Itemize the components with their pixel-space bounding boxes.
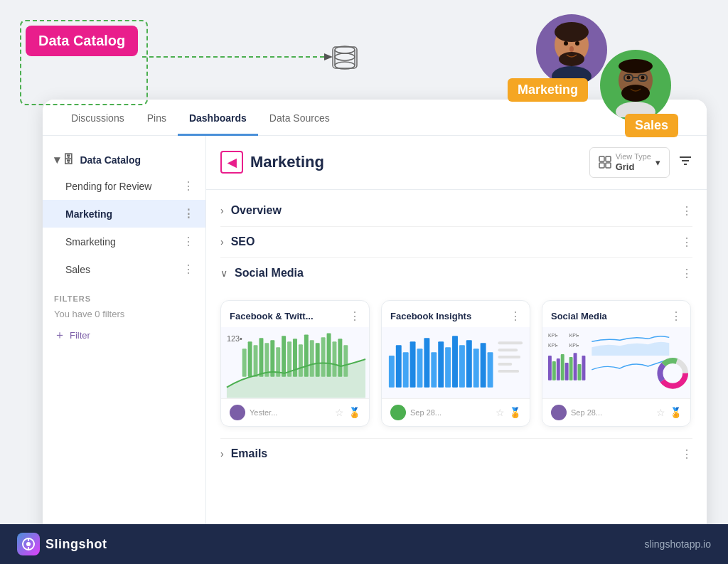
card-social-media-footer: Sep 28... ☆ 🏅 (542, 398, 690, 426)
filters-empty-text: You have 0 filters (54, 309, 194, 319)
card-fb-insights-body (382, 327, 530, 398)
svg-rect-24 (599, 156, 604, 161)
svg-rect-63 (473, 348, 479, 387)
svg-text:KPI•: KPI• (569, 343, 579, 348)
svg-text:123•: 123• (227, 334, 242, 343)
card-fb-insights-avatar (390, 405, 406, 420)
section-emails[interactable]: › Emails ⋮ (206, 439, 707, 469)
emails-label: Emails (231, 447, 268, 460)
social-media-menu[interactable]: ⋮ (681, 267, 692, 280)
card-fb-insights[interactable]: Facebook Insights ⋮ (381, 300, 530, 427)
social-media-label: Social Media (235, 267, 304, 280)
svg-rect-39 (282, 336, 286, 376)
svg-rect-60 (452, 336, 458, 387)
sidebar-pending-menu[interactable]: ⋮ (183, 179, 194, 193)
svg-rect-77 (557, 358, 560, 381)
sidebar-item-pending[interactable]: Pending for Review ⋮ (43, 172, 205, 200)
svg-rect-2 (333, 47, 357, 68)
svg-rect-83 (582, 356, 585, 381)
emails-menu[interactable]: ⋮ (681, 447, 692, 461)
card-fb-insights-header: Facebook Insights ⋮ (382, 301, 530, 327)
view-type-top: View Type (616, 152, 651, 161)
svg-rect-64 (481, 343, 486, 387)
filters-label: FILTERS (54, 294, 194, 303)
panel-title-icon: ◀ (220, 151, 243, 174)
svg-point-10 (559, 52, 584, 66)
panel-actions: View Type Grid ▾ (589, 147, 692, 178)
view-type-button[interactable]: View Type Grid ▾ (589, 147, 670, 178)
slingshot-logo-text: Slingshot (46, 537, 107, 552)
card-fb-insights-menu[interactable]: ⋮ (510, 309, 521, 323)
svg-point-9 (555, 22, 589, 42)
tab-dashboards[interactable]: Dashboards (178, 100, 258, 136)
data-catalog-label: Data Catalog (26, 26, 138, 56)
slingshot-logo-icon (17, 533, 40, 555)
star-icon-2[interactable]: ☆ (496, 407, 505, 418)
svg-rect-54 (410, 341, 416, 387)
card-fb-twitter-menu[interactable]: ⋮ (349, 309, 360, 323)
seo-label: SEO (231, 235, 255, 248)
sidebar-item-pending-label: Pending for Review (65, 181, 183, 192)
main-panel: ◀ Marketing View Type Grid (206, 136, 707, 550)
social-media-chevron-icon: ∨ (220, 267, 228, 279)
svg-rect-70 (498, 370, 519, 373)
tab-data-sources[interactable]: Data Sources (258, 100, 341, 136)
view-type-chevron: ▾ (655, 157, 660, 168)
panel-title-text: Marketing (250, 153, 324, 171)
card-fb-insights-date: Sep 28... (410, 408, 441, 417)
card-social-media-footer-left: Sep 28... (551, 405, 602, 420)
svg-point-21 (641, 76, 645, 80)
card-social-media-avatar (551, 405, 567, 420)
svg-marker-1 (324, 53, 333, 60)
sidebar: ▾ 🗄 Data Catalog Pending for Review ⋮ Ma… (43, 136, 206, 550)
tab-pins[interactable]: Pins (136, 100, 178, 136)
tab-discussions[interactable]: Discussions (60, 100, 136, 136)
svg-rect-75 (548, 356, 552, 381)
card-fb-twitter-avatar (230, 405, 245, 420)
star-icon-3[interactable]: ☆ (656, 407, 665, 418)
view-type-value: Grid (616, 161, 651, 173)
sidebar-item-marketing[interactable]: Marketing ⋮ (43, 200, 205, 228)
add-filter-icon: ＋ (54, 328, 65, 343)
overview-menu[interactable]: ⋮ (681, 204, 692, 218)
sidebar-sales-menu[interactable]: ⋮ (183, 262, 194, 276)
sidebar-item-sales[interactable]: Sales ⋮ (43, 255, 205, 283)
svg-rect-65 (488, 352, 493, 388)
svg-rect-76 (552, 361, 556, 381)
cards-grid: Facebook & Twitt... ⋮ 123• (206, 289, 707, 438)
seo-menu[interactable]: ⋮ (681, 235, 692, 249)
card-social-media[interactable]: Social Media ⋮ KPI• KPI• KPI• KPI• (542, 300, 691, 427)
bottom-bar: Slingshot slingshotapp.io (0, 524, 728, 564)
svg-rect-81 (574, 353, 577, 381)
bottom-logo: Slingshot (17, 533, 107, 555)
card-fb-insights-title: Facebook Insights (390, 311, 471, 321)
svg-point-11 (564, 41, 568, 46)
svg-point-6 (335, 53, 355, 60)
add-filter-button[interactable]: ＋ Filter (54, 328, 194, 343)
panel-content: › Overview ⋮ › SEO ⋮ (206, 190, 707, 550)
svg-rect-82 (578, 364, 582, 381)
card-fb-twitter-header: Facebook & Twitt... ⋮ (221, 301, 369, 327)
card-social-media-menu[interactable]: ⋮ (670, 309, 682, 323)
sidebar-marketing-menu[interactable]: ⋮ (183, 207, 194, 220)
card-fb-twitter[interactable]: Facebook & Twitt... ⋮ 123• (220, 300, 370, 427)
sidebar-item-smarketing[interactable]: Smarketing ⋮ (43, 228, 205, 255)
card-body: ▾ 🗄 Data Catalog Pending for Review ⋮ Ma… (43, 136, 707, 550)
section-seo[interactable]: › SEO ⋮ (206, 227, 707, 257)
seo-chevron-icon: › (220, 236, 224, 248)
svg-rect-62 (466, 340, 472, 387)
filter-icon[interactable] (678, 154, 692, 171)
svg-rect-51 (389, 356, 395, 388)
overview-chevron-icon: › (220, 205, 224, 216)
svg-rect-59 (445, 347, 451, 387)
add-filter-label: Filter (70, 330, 90, 341)
svg-rect-80 (569, 357, 573, 381)
section-social-media[interactable]: ∨ Social Media ⋮ (206, 258, 707, 289)
card-fb-twitter-footer-left: Yester... (230, 405, 277, 420)
svg-rect-57 (431, 352, 437, 388)
section-overview[interactable]: › Overview ⋮ (206, 196, 707, 226)
svg-rect-68 (498, 356, 520, 358)
sidebar-smarketing-menu[interactable]: ⋮ (183, 235, 194, 248)
star-icon-1[interactable]: ☆ (335, 407, 344, 418)
badge-icon-2: 🏅 (509, 407, 521, 418)
